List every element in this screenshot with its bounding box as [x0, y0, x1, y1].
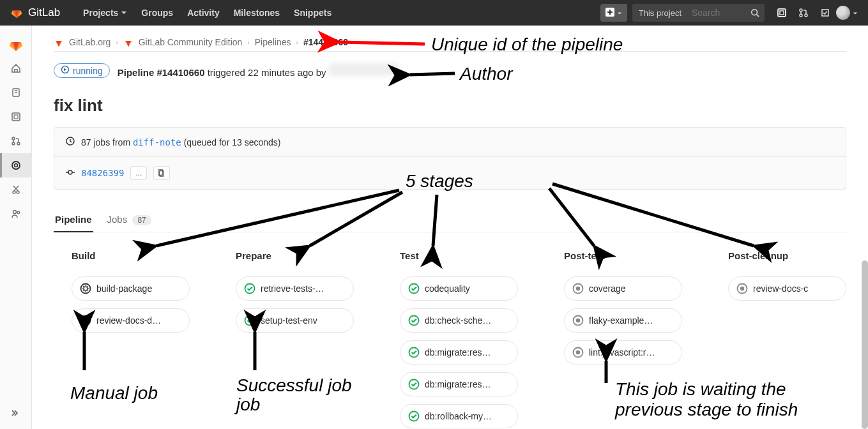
- nav-milestones[interactable]: Milestones: [234, 8, 280, 18]
- tab-pipeline[interactable]: Pipeline: [54, 207, 93, 232]
- svg-point-19: [17, 191, 19, 193]
- sidebar-home-icon[interactable]: [0, 56, 32, 80]
- created-status-icon: [572, 347, 584, 358]
- sidebar: [0, 26, 32, 429]
- svg-point-6: [800, 14, 802, 17]
- nav-activity[interactable]: Activity: [187, 8, 220, 18]
- svg-point-43: [576, 319, 580, 322]
- chevron-right-icon: ›: [116, 39, 118, 46]
- search-box: This project: [632, 4, 765, 22]
- job-pill[interactable]: lint:javascript:r…: [564, 340, 682, 365]
- search-input[interactable]: [688, 8, 745, 18]
- user-menu[interactable]: [836, 6, 858, 20]
- pipeline-info-box: 87 jobs from diff-note (queued for 13 se…: [54, 127, 846, 190]
- stage-column: Post-testcoverageflaky-example…lint:java…: [564, 250, 682, 428]
- job-label: review-docs-d…: [96, 315, 161, 326]
- commit-ref-row: 84826399 ...: [54, 156, 846, 189]
- pipeline-header-text: Pipeline #14410660 triggered 22 minutes …: [118, 63, 399, 78]
- job-pill[interactable]: db:migrate:res…: [400, 372, 518, 396]
- job-label: db:check-sche…: [425, 315, 491, 326]
- author-area: [329, 63, 399, 76]
- sidebar-merge-requests-icon[interactable]: [0, 129, 32, 153]
- sidebar-collapse-button[interactable]: [0, 402, 32, 424]
- job-pill[interactable]: build-package: [72, 276, 190, 301]
- chevron-right-icon: ›: [296, 39, 298, 46]
- job-pill[interactable]: db:migrate:res…: [400, 340, 518, 365]
- success-status-icon: [244, 315, 255, 326]
- job-pill[interactable]: codequality: [400, 276, 518, 301]
- stage-column: Post-cleanupreview-docs-c: [728, 250, 846, 428]
- new-dropdown-button[interactable]: [600, 4, 627, 22]
- sidebar-members-icon[interactable]: [0, 202, 32, 226]
- sidebar-pipelines-icon[interactable]: [0, 153, 32, 177]
- svg-point-45: [576, 350, 580, 354]
- expand-commit-button[interactable]: ...: [130, 166, 147, 180]
- nav-snippets[interactable]: Snippets: [294, 8, 331, 18]
- tabs: Pipeline Jobs 87: [54, 207, 846, 232]
- sidebar-issues-icon[interactable]: [0, 105, 32, 129]
- merge-requests-icon[interactable]: [793, 4, 814, 22]
- breadcrumb-section[interactable]: Pipelines: [255, 37, 291, 47]
- job-pill[interactable]: db:check-sche…: [400, 308, 518, 333]
- sidebar-snippets-icon[interactable]: [0, 177, 32, 202]
- brand-name: GitLab: [28, 6, 60, 19]
- breadcrumb-org[interactable]: GitLab.org: [69, 37, 110, 47]
- success-status-icon: [244, 283, 255, 294]
- stage-column: Buildbuild-packagereview-docs-d…: [72, 250, 190, 428]
- branch-link[interactable]: diff-note: [133, 137, 181, 147]
- svg-point-17: [14, 164, 17, 167]
- svg-rect-11: [12, 113, 20, 121]
- svg-point-7: [805, 14, 807, 17]
- stage-column: Prepareretrieve-tests-…setup-test-env: [236, 250, 354, 428]
- breadcrumbs: GitLab.org › GitLab Community Edition › …: [54, 33, 846, 52]
- nav-groups[interactable]: Groups: [141, 8, 173, 18]
- nav-projects[interactable]: Projects: [83, 8, 127, 18]
- svg-point-21: [17, 211, 20, 214]
- job-label: review-docs-c: [753, 283, 808, 294]
- job-pill[interactable]: setup-test-env: [236, 308, 354, 333]
- pipeline-graph: Buildbuild-packagereview-docs-d…Preparer…: [54, 250, 846, 429]
- running-icon: [61, 65, 70, 76]
- commit-title: fix lint: [54, 96, 846, 116]
- status-badge[interactable]: running: [54, 63, 110, 78]
- job-pill[interactable]: flaky-example…: [564, 308, 682, 333]
- stage-name: Prepare: [236, 250, 354, 261]
- content-area: GitLab.org › GitLab Community Edition › …: [32, 26, 868, 429]
- success-status-icon: [408, 410, 420, 422]
- job-pill[interactable]: coverage: [564, 276, 682, 301]
- job-pill[interactable]: retrieve-tests-…: [236, 276, 354, 301]
- chevron-down-icon: [617, 8, 622, 18]
- copy-commit-button[interactable]: [153, 166, 170, 180]
- svg-point-24: [68, 170, 72, 174]
- stage-name: Build: [72, 250, 190, 261]
- search-scope[interactable]: This project: [632, 8, 688, 18]
- job-pill[interactable]: review-docs-d…: [72, 308, 190, 333]
- breadcrumb-project[interactable]: GitLab Community Edition: [139, 37, 243, 47]
- gitlab-mini-icon: [123, 37, 133, 47]
- commit-sha-link[interactable]: 84826399: [81, 168, 124, 178]
- job-pill[interactable]: db:rollback-my…: [400, 404, 518, 428]
- svg-point-41: [576, 287, 580, 290]
- success-status-icon: [408, 347, 420, 358]
- svg-point-32: [84, 319, 88, 322]
- chevron-down-icon: [121, 8, 127, 18]
- created-status-icon: [736, 283, 748, 294]
- search-icon[interactable]: [745, 4, 765, 22]
- tab-jobs[interactable]: Jobs 87: [106, 207, 153, 232]
- job-pill[interactable]: review-docs-c: [728, 276, 846, 301]
- gitlab-mini-icon: [54, 37, 64, 47]
- chevron-down-icon: [853, 8, 858, 18]
- stage-name: Post-cleanup: [728, 250, 846, 261]
- sidebar-repository-icon[interactable]: [0, 80, 32, 105]
- graph-scrollbar[interactable]: [862, 260, 868, 429]
- todos-icon[interactable]: [814, 4, 836, 22]
- stage-column: Testcodequalitydb:check-sche…db:migrate:…: [400, 250, 518, 428]
- clock-icon: [66, 137, 75, 147]
- job-label: lint:javascript:r…: [589, 347, 655, 358]
- job-label: flaky-example…: [589, 315, 653, 326]
- job-label: coverage: [589, 283, 626, 294]
- svg-point-13: [12, 137, 15, 140]
- svg-rect-12: [14, 115, 18, 119]
- gitlab-logo-icon[interactable]: [0, 32, 32, 56]
- issues-icon[interactable]: [771, 4, 793, 22]
